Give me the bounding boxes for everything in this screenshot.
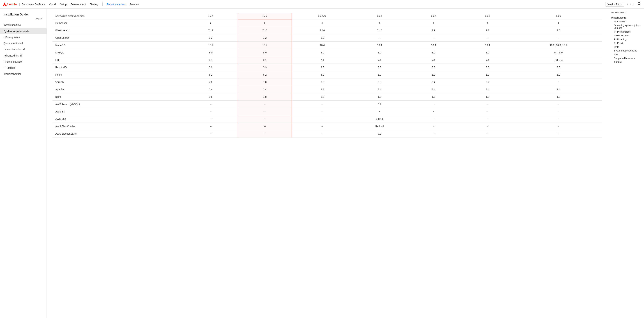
sidebar-item-prerequisites[interactable]: › Prerequisites: [0, 34, 46, 40]
version-cell: 7.6: [514, 27, 602, 34]
version-cell: 5.0: [514, 71, 602, 78]
nav-development[interactable]: Development: [71, 3, 86, 6]
right-panel-link[interactable]: PHP OPcache: [611, 34, 641, 37]
version-cell: --: [292, 115, 352, 123]
right-panel-link[interactable]: SSL: [611, 53, 641, 56]
version-cell: 1.2: [238, 34, 292, 42]
version-cell: 10.4: [238, 42, 292, 49]
logo-area[interactable]: Adobe | Commerce DevDocs: [3, 3, 45, 6]
version-cell: 6.2: [184, 71, 238, 78]
version-cell: 8.0: [407, 49, 460, 56]
table-row: AWS S3------✓✓----: [52, 108, 602, 115]
version-cell: 6.2: [238, 71, 292, 78]
sidebar-expand[interactable]: Expand: [0, 17, 46, 22]
version-cell: 1.2: [184, 34, 238, 42]
version-cell: 7.4: [460, 56, 514, 64]
right-panel-link[interactable]: PHP extensions: [611, 30, 641, 34]
site-name: Commerce DevDocs: [22, 3, 45, 6]
nav-setup[interactable]: Setup: [60, 3, 67, 6]
version-cell: 7.9: [352, 130, 406, 137]
nav-right: Version 2.4 ▼ ⋮⋮⋮: [606, 2, 641, 7]
right-panel-link[interactable]: RAM: [611, 45, 641, 49]
col-header-243p2: 2.4.3-P2: [292, 13, 352, 19]
sidebar-item-label: System requirements: [4, 30, 29, 33]
grid-icon[interactable]: ⋮⋮⋮: [626, 3, 636, 6]
right-panel-link[interactable]: Xdebug: [611, 60, 641, 64]
version-cell: 6.4: [407, 78, 460, 86]
sidebar-item-tutorials[interactable]: › Tutorials: [0, 65, 46, 71]
right-panel-link[interactable]: Miscellaneous: [611, 16, 641, 20]
version-cell: --: [238, 130, 292, 137]
version-cell: 7.4: [352, 56, 406, 64]
col-header-software: SOFTWARE DEPENDENCIES: [52, 13, 184, 19]
software-name: AWS ElasticSearch: [52, 130, 184, 137]
version-cell: 7.4: [292, 56, 352, 64]
version-cell: --: [514, 115, 602, 123]
right-panel-link[interactable]: PHP settings: [611, 37, 641, 41]
nav-tutorials[interactable]: Tutorials: [130, 3, 140, 6]
right-panel-link[interactable]: System dependencies: [611, 49, 641, 53]
top-nav: Adobe | Commerce DevDocs Cloud Setup Dev…: [0, 0, 644, 9]
software-name: OpenSearch: [52, 34, 184, 42]
version-cell: 8.0: [292, 49, 352, 56]
sidebar-item-quick-start[interactable]: Quick start install: [0, 40, 46, 46]
version-cell: --: [514, 101, 602, 108]
software-name: Composer: [52, 19, 184, 27]
version-cell: 6: [514, 78, 602, 86]
version-cell: 2: [238, 19, 292, 27]
version-cell: 3.8: [407, 64, 460, 71]
table-row: Apache2.42.42.42.42.42.42.4: [52, 86, 602, 93]
table-row: AWS ElastiCache------Redis 6------: [52, 123, 602, 130]
nav-functional-areas[interactable]: Functional Areas: [107, 3, 126, 6]
col-header-244: 2.4.4: [238, 13, 292, 19]
version-cell: 3.9: [238, 64, 292, 71]
version-cell: --: [514, 123, 602, 130]
sidebar-title: Installation Guide: [0, 12, 46, 17]
version-cell: 1: [460, 19, 514, 27]
col-header-243: 2.4.3: [352, 13, 406, 19]
software-name: MySQL: [52, 49, 184, 56]
version-cell: 10.4: [184, 42, 238, 49]
version-cell: 8.0: [460, 49, 514, 56]
sidebar-item-troubleshooting[interactable]: Troubleshooting: [0, 71, 46, 77]
search-icon[interactable]: [638, 2, 641, 7]
sidebar-item-contributor-install[interactable]: › Contributor install: [0, 46, 46, 53]
version-cell: 6.5: [352, 78, 406, 86]
version-cell: 6.0: [352, 71, 406, 78]
sidebar-item-label: Tutorials: [6, 66, 15, 69]
chevron-right-icon: ›: [4, 67, 4, 69]
right-panel-link[interactable]: Supported browsers: [611, 56, 641, 60]
version-cell: --: [514, 108, 602, 115]
nav-cloud[interactable]: Cloud: [49, 3, 56, 6]
version-cell: 2.4: [514, 86, 602, 93]
sidebar-item-advanced-install[interactable]: Advanced install: [0, 53, 46, 59]
version-cell: 8.1: [184, 56, 238, 64]
version-cell: 3.8: [514, 64, 602, 71]
sidebar-item-post-installation[interactable]: › Post Installation: [0, 59, 46, 65]
right-panel-link[interactable]: Operating systems (Linux x86-64): [611, 23, 641, 30]
version-cell: 6.5: [292, 78, 352, 86]
dependencies-table: SOFTWARE DEPENDENCIES 2.4.5 2.4.4 2.4.3-…: [52, 13, 602, 137]
table-row: nginx1.81.81.81.81.81.81.8: [52, 93, 602, 101]
software-name: Varnish: [52, 78, 184, 86]
software-name: AWS Aurora (MySQL): [52, 101, 184, 108]
version-cell: --: [238, 115, 292, 123]
right-panel-link[interactable]: PHPUnit: [611, 41, 641, 45]
table-row: PHP8.18.17.47.47.47.47.3, 7.4: [52, 56, 602, 64]
version-select[interactable]: Version 2.4 ▼: [606, 2, 624, 7]
sidebar-item-system-requirements[interactable]: System requirements: [0, 28, 46, 34]
version-cell: 1.8: [184, 93, 238, 101]
version-cell: --: [292, 130, 352, 137]
sidebar-item-installation-flow[interactable]: Installation flow: [0, 22, 46, 28]
version-cell: --: [460, 101, 514, 108]
version-cell: 8.0: [352, 49, 406, 56]
version-cell: ✓: [407, 108, 460, 115]
version-cell: --: [460, 108, 514, 115]
right-panel-link[interactable]: Mail server: [611, 20, 641, 23]
table-row: RabbitMQ3.93.93.83.83.83.83.8: [52, 64, 602, 71]
version-cell: 3.8: [460, 64, 514, 71]
software-name: Elasticsearch: [52, 27, 184, 34]
nav-testing[interactable]: Testing: [90, 3, 98, 6]
sidebar-item-label: Advanced install: [4, 54, 22, 57]
version-cell: 7.16: [238, 27, 292, 34]
